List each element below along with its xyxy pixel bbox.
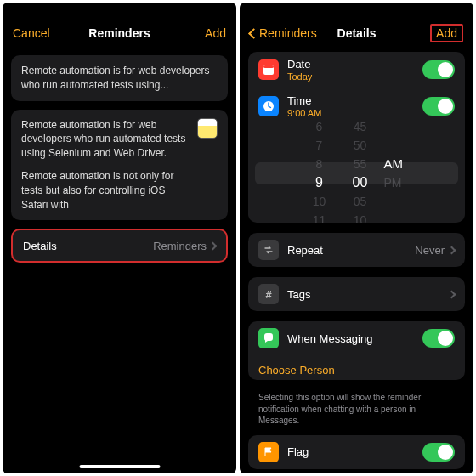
content-right: Date Today Time 9:00 AM 6 7	[240, 48, 473, 473]
reminder-notes-card[interactable]: Remote automation is for web developers …	[11, 110, 228, 221]
message-icon	[258, 328, 279, 348]
tags-label: Tags	[287, 288, 440, 301]
date-time-group: Date Today Time 9:00 AM 6 7	[248, 52, 465, 223]
messaging-toggle[interactable]	[422, 329, 455, 348]
picker-minutes[interactable]: 45 50 55 00 05 10	[340, 124, 381, 223]
notes-paragraph-2: Remote automation is not only for tests …	[21, 169, 189, 212]
time-toggle[interactable]	[422, 97, 455, 116]
chevron-right-icon	[209, 241, 218, 250]
add-button[interactable]: Add	[205, 26, 226, 40]
hash-icon: #	[258, 284, 279, 304]
chevron-right-icon	[448, 290, 456, 298]
repeat-icon	[258, 240, 279, 260]
date-value: Today	[287, 71, 414, 82]
flag-toggle[interactable]	[422, 443, 455, 462]
time-picker[interactable]: 6 7 8 9 10 11 45 50 55 00 05 10 AM	[248, 124, 465, 223]
flag-label: Flag	[287, 445, 414, 458]
flag-row[interactable]: Flag	[248, 435, 465, 469]
navbar-right: Reminders Details Add	[240, 18, 473, 48]
repeat-label: Repeat	[287, 244, 406, 257]
reminder-summary-card[interactable]: Remote automation is for web developers …	[11, 55, 228, 101]
messaging-label: When Messaging	[287, 332, 414, 345]
phone-left-reminders: Cancel Reminders Add Remote automation i…	[3, 3, 236, 473]
notes-app-icon	[197, 118, 218, 139]
date-row[interactable]: Date Today	[248, 52, 465, 88]
details-row[interactable]: Details Reminders	[11, 229, 228, 263]
svg-rect-1	[264, 65, 274, 68]
add-button[interactable]: Add	[430, 24, 463, 42]
flag-icon	[258, 442, 279, 462]
cancel-button[interactable]: Cancel	[13, 26, 50, 40]
back-button[interactable]: Reminders	[250, 26, 317, 40]
home-indicator[interactable]	[79, 465, 160, 468]
choose-person-button[interactable]: Choose Person	[248, 355, 465, 380]
navbar-left: Cancel Reminders Add	[3, 18, 236, 48]
date-toggle[interactable]	[422, 60, 455, 79]
flag-group: Flag	[248, 435, 465, 469]
tags-group: # Tags	[248, 277, 465, 311]
repeat-group: Repeat Never	[248, 233, 465, 267]
date-label: Date	[287, 58, 414, 71]
notes-paragraph-1: Remote automation is for web developers …	[21, 118, 189, 161]
messaging-helper-text: Selecting this option will show the remi…	[248, 390, 465, 435]
content-left: Remote automation is for web developers …	[3, 48, 236, 473]
calendar-icon	[258, 60, 279, 80]
details-label: Details	[23, 240, 57, 252]
messaging-group: When Messaging Choose Person	[248, 321, 465, 380]
tags-row[interactable]: # Tags	[248, 277, 465, 311]
phone-right-details: Reminders Details Add Date Today	[240, 3, 473, 473]
repeat-value: Never	[415, 244, 445, 257]
time-value: 9:00 AM	[287, 108, 414, 118]
picker-ampm[interactable]: AM PM	[381, 124, 415, 223]
picker-hours[interactable]: 6 7 8 9 10 11	[299, 124, 340, 223]
chevron-right-icon	[448, 246, 456, 254]
details-value: Reminders	[153, 240, 207, 252]
clock-icon	[258, 96, 279, 116]
repeat-row[interactable]: Repeat Never	[248, 233, 465, 267]
chevron-left-icon	[248, 28, 259, 39]
messaging-row[interactable]: When Messaging	[248, 321, 465, 355]
time-label: Time	[287, 94, 414, 107]
